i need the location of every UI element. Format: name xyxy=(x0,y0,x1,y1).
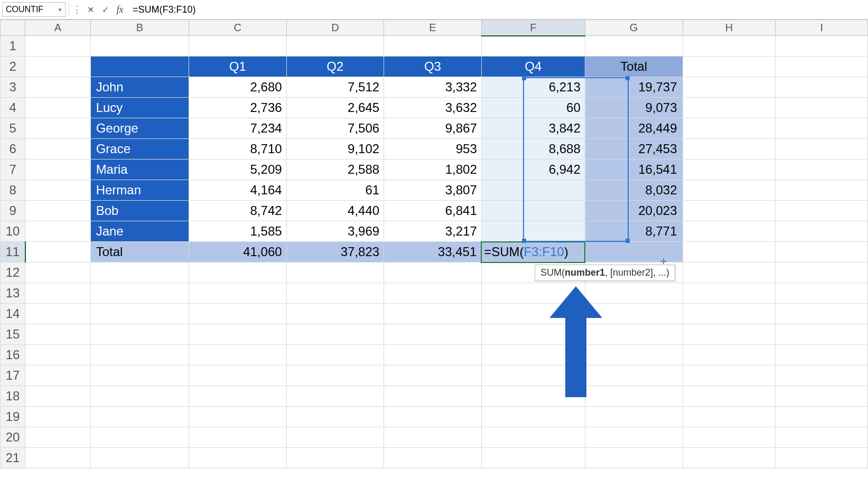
cell[interactable] xyxy=(585,448,683,468)
cell[interactable] xyxy=(384,427,482,448)
spreadsheet-grid[interactable]: A B C D E F G H I 1 2 Q1 Q2 Q3 Q4 Total … xyxy=(0,20,868,468)
cell[interactable] xyxy=(683,242,776,262)
row-header-12[interactable]: 12 xyxy=(1,262,25,283)
col-header-G[interactable]: G xyxy=(585,20,683,36)
cell[interactable] xyxy=(25,407,91,427)
cell[interactable] xyxy=(286,427,384,448)
cell[interactable] xyxy=(25,242,91,262)
totals-g[interactable] xyxy=(585,242,683,262)
name-cell[interactable]: George xyxy=(90,118,189,139)
header-q3[interactable]: Q3 xyxy=(384,57,482,77)
cell[interactable] xyxy=(384,262,482,283)
cell[interactable] xyxy=(189,448,287,468)
cell[interactable] xyxy=(25,427,91,448)
cell[interactable] xyxy=(90,448,189,468)
cell[interactable] xyxy=(25,201,91,221)
cell[interactable] xyxy=(384,345,482,365)
cell[interactable]: 4,164 xyxy=(189,180,287,201)
cell[interactable]: 1,585 xyxy=(189,221,287,242)
cell[interactable] xyxy=(286,365,384,386)
total-cell[interactable]: 9,073 xyxy=(585,98,683,118)
cell[interactable] xyxy=(189,365,287,386)
cell[interactable] xyxy=(25,139,91,159)
row-header-2[interactable]: 2 xyxy=(1,57,25,77)
col-header-B[interactable]: B xyxy=(90,20,189,36)
total-cell[interactable]: 28,449 xyxy=(585,118,683,139)
insert-function-button[interactable]: fx xyxy=(114,3,126,16)
cell[interactable] xyxy=(683,180,776,201)
cell[interactable] xyxy=(189,36,287,57)
name-cell[interactable]: Jane xyxy=(90,221,189,242)
cell[interactable] xyxy=(683,304,776,324)
cell[interactable] xyxy=(776,159,868,180)
active-cell-F11[interactable]: =SUM(F3:F10) xyxy=(481,242,585,262)
enter-button[interactable]: ✓ xyxy=(99,3,111,16)
cell[interactable] xyxy=(25,448,91,468)
row-header-6[interactable]: 6 xyxy=(1,139,25,159)
cell[interactable] xyxy=(90,304,189,324)
cell[interactable] xyxy=(776,407,868,427)
cell[interactable] xyxy=(384,304,482,324)
cell[interactable]: 3,332 xyxy=(384,77,482,98)
cell[interactable] xyxy=(25,324,91,345)
cell[interactable] xyxy=(189,427,287,448)
cell[interactable]: 8,742 xyxy=(189,201,287,221)
cell[interactable] xyxy=(585,427,683,448)
formula-input[interactable] xyxy=(128,2,866,17)
name-cell[interactable]: Grace xyxy=(90,139,189,159)
cell[interactable]: 60 xyxy=(481,98,585,118)
cell[interactable]: 9,867 xyxy=(384,118,482,139)
cell[interactable] xyxy=(683,201,776,221)
row-header-15[interactable]: 15 xyxy=(1,324,25,345)
row-header-7[interactable]: 7 xyxy=(1,159,25,180)
cell[interactable] xyxy=(683,283,776,304)
cell[interactable] xyxy=(286,304,384,324)
cell[interactable]: 2,645 xyxy=(286,98,384,118)
cell[interactable]: 4,440 xyxy=(286,201,384,221)
cell[interactable] xyxy=(776,36,868,57)
total-cell[interactable]: 20,023 xyxy=(585,201,683,221)
cell[interactable] xyxy=(189,386,287,407)
cell[interactable] xyxy=(189,345,287,365)
col-header-A[interactable]: A xyxy=(25,20,91,36)
cell[interactable] xyxy=(481,407,585,427)
cell[interactable]: 8,710 xyxy=(189,139,287,159)
cell[interactable]: 6,213 xyxy=(481,77,585,98)
cell[interactable] xyxy=(776,262,868,283)
cell[interactable]: 3,632 xyxy=(384,98,482,118)
name-cell[interactable]: Bob xyxy=(90,201,189,221)
cell[interactable] xyxy=(25,386,91,407)
cell[interactable] xyxy=(384,365,482,386)
cell[interactable] xyxy=(683,118,776,139)
name-box[interactable]: COUNTIF ▾ xyxy=(2,2,66,17)
cell[interactable] xyxy=(189,283,287,304)
cell[interactable] xyxy=(481,221,585,242)
cell[interactable] xyxy=(776,201,868,221)
cell[interactable] xyxy=(189,262,287,283)
cell[interactable] xyxy=(585,36,683,57)
header-q2[interactable]: Q2 xyxy=(286,57,384,77)
cell[interactable] xyxy=(286,36,384,57)
name-cell[interactable]: Maria xyxy=(90,159,189,180)
cell[interactable] xyxy=(25,345,91,365)
cell[interactable] xyxy=(776,448,868,468)
cell[interactable] xyxy=(90,365,189,386)
cell[interactable] xyxy=(683,139,776,159)
cell[interactable] xyxy=(90,283,189,304)
row-header-18[interactable]: 18 xyxy=(1,386,25,407)
row-header-11[interactable]: 11 xyxy=(1,242,25,262)
cell[interactable] xyxy=(776,427,868,448)
name-cell[interactable]: Lucy xyxy=(90,98,189,118)
cell[interactable]: 3,969 xyxy=(286,221,384,242)
cell[interactable] xyxy=(776,139,868,159)
row-header-16[interactable]: 16 xyxy=(1,345,25,365)
row-header-9[interactable]: 9 xyxy=(1,201,25,221)
cell[interactable] xyxy=(90,407,189,427)
cell[interactable]: 953 xyxy=(384,139,482,159)
cell[interactable] xyxy=(286,262,384,283)
cell[interactable] xyxy=(25,262,91,283)
totals-label[interactable]: Total xyxy=(90,242,189,262)
select-all-corner[interactable] xyxy=(1,20,25,36)
total-cell[interactable]: 27,453 xyxy=(585,139,683,159)
cell[interactable]: 2,736 xyxy=(189,98,287,118)
